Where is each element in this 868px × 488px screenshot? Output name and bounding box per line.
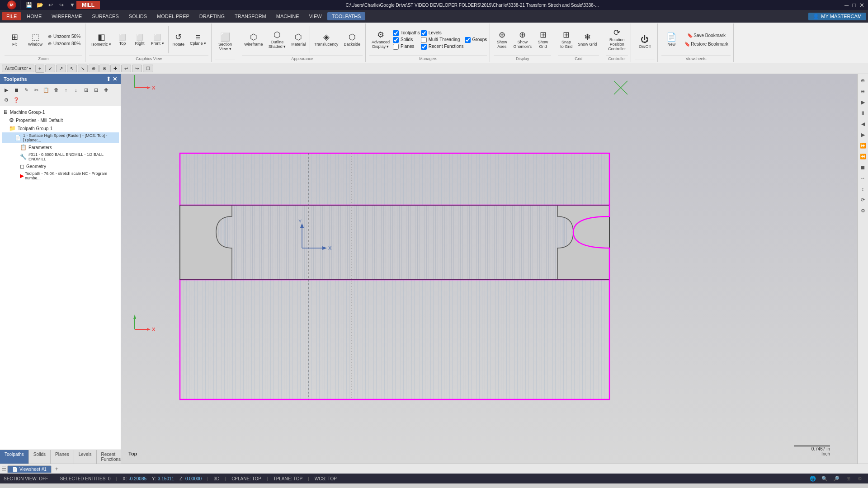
rp-btn12[interactable]: ⟳ — [859, 195, 868, 204]
sec-redo[interactable]: ↪ — [132, 65, 142, 72]
menu-wireframe[interactable]: WIREFRAME — [47, 12, 86, 20]
my-mastercam-button[interactable]: 👤 MY MASTERCAM — [808, 13, 866, 20]
menu-machine[interactable]: MACHINE — [272, 12, 304, 20]
toolpaths-checkbox[interactable] — [393, 30, 399, 36]
unzoom80-button[interactable]: ⊕ Unzoom 80% — [46, 40, 82, 47]
rp-btn13[interactable]: ⚙ — [859, 206, 868, 215]
rp-btn8[interactable]: ⏪ — [859, 152, 868, 161]
tree-geometry[interactable]: ◻ Geometry — [2, 162, 119, 170]
tb-collapse[interactable]: ⊟ — [91, 85, 100, 94]
status-fullscreen[interactable]: ⊞ — [844, 474, 853, 483]
rp-btn11[interactable]: ↕ — [859, 184, 868, 193]
menu-solids[interactable]: SOLIDS — [124, 12, 151, 20]
panel-close[interactable]: ✕ — [113, 76, 117, 82]
front-view-button[interactable]: ⬜ Front ▾ — [149, 33, 166, 47]
tab-solids[interactable]: Solids — [29, 450, 51, 464]
qat-redo[interactable]: ↪ — [57, 1, 66, 9]
rp-btn6[interactable]: ▶ — [859, 130, 868, 139]
menu-transform[interactable]: TRANSFORM — [230, 12, 271, 20]
menu-surfaces[interactable]: SURFACES — [87, 12, 123, 20]
status-settings[interactable]: ⚙ — [855, 474, 864, 483]
tb-cut[interactable]: ✂ — [32, 85, 41, 94]
tree-properties[interactable]: ⚙ Properties - Mill Default — [2, 116, 119, 124]
outline-shaded-button[interactable]: ⬡ OutlineShaded ▾ — [266, 29, 288, 50]
show-grid-button[interactable]: ⊞ ShowGrid — [535, 29, 551, 50]
section-view-button[interactable]: ⬜ SectionView ▾ — [215, 32, 235, 52]
menu-toolpaths[interactable]: TOOLPATHS — [327, 12, 366, 20]
maximize-button[interactable]: □ — [852, 2, 856, 9]
tab-toolpaths[interactable]: Toolpaths — [0, 450, 29, 464]
backside-button[interactable]: ⬡ Backside — [341, 32, 363, 48]
status-network[interactable]: 🌐 — [808, 474, 817, 483]
recentfn-checkbox[interactable] — [421, 44, 427, 50]
sec-btn5[interactable]: ⊕ — [89, 65, 99, 72]
tb-add[interactable]: ✚ — [101, 85, 110, 94]
advanced-display-button[interactable]: ⚙ AdvancedDisplay ▾ — [369, 29, 392, 50]
tb-expand[interactable]: ⊞ — [81, 85, 90, 94]
status-zoom-in[interactable]: 🔍 — [820, 474, 829, 483]
groups-checkbox[interactable] — [465, 37, 471, 43]
autocursor-dropdown[interactable]: AutoCursor ▾ — [2, 65, 34, 72]
qat-undo[interactable]: ↩ — [47, 1, 55, 9]
window-button[interactable]: ⬚ Window — [25, 32, 45, 48]
tab-planes[interactable]: Planes — [51, 450, 74, 464]
viewsheet-tab-1[interactable]: 📄 Viewsheet #1 — [7, 465, 52, 473]
right-view-button[interactable]: ⬜ Right — [132, 33, 148, 47]
rp-btn1[interactable]: ⊕ — [859, 76, 868, 85]
show-axes-button[interactable]: ⊕ ShowAxes — [494, 29, 510, 50]
tb-stop[interactable]: ⏹ — [12, 85, 21, 94]
translucency-button[interactable]: ◈ Translucency — [312, 32, 340, 48]
menu-modelprep[interactable]: MODEL PREP — [152, 12, 194, 20]
sec-btn1[interactable]: ↙ — [45, 65, 55, 72]
multithreading-checkbox[interactable] — [421, 37, 427, 43]
status-zoom-out[interactable]: 🔎 — [832, 474, 841, 483]
fit-button[interactable]: ⊞ Fit — [5, 32, 24, 48]
new-viewsheet-button[interactable]: 📄 New — [661, 32, 681, 48]
sec-crosshair[interactable]: ⌖ — [35, 65, 44, 73]
tree-machine-group[interactable]: 🖥 Machine Group-1 — [2, 108, 119, 116]
snap-to-grid-button[interactable]: ⊞ Snapto Grid — [558, 29, 575, 50]
rotation-controller-button[interactable]: ⟳ RotationPositionController — [606, 27, 628, 52]
close-button[interactable]: ✕ — [859, 2, 864, 9]
unzoom50-button[interactable]: ⊕ Unzoom 50% — [46, 33, 82, 40]
menu-file[interactable]: FILE — [2, 12, 21, 20]
sec-btn6[interactable]: ⊗ — [99, 65, 109, 72]
rotate-button[interactable]: ↺ Rotate — [170, 32, 187, 48]
planes-checkbox[interactable] — [393, 44, 399, 50]
tb-down[interactable]: ↓ — [71, 85, 80, 94]
minimize-button[interactable]: ─ — [844, 2, 849, 9]
rp-btn3[interactable]: ▶ — [859, 98, 868, 107]
viewport[interactable]: Y X X X Top — [121, 74, 857, 464]
isometric-button[interactable]: ◧ Isometric ▾ — [89, 32, 113, 48]
tree-surface-hs[interactable]: 📄 1 - Surface High Speed (Raster) - [MCS… — [2, 132, 119, 143]
solids-checkbox[interactable] — [393, 37, 399, 43]
material-button[interactable]: ⬡ Material — [289, 32, 308, 48]
sec-btn4[interactable]: ↘ — [78, 65, 88, 72]
menu-drafting[interactable]: DRAFTING — [195, 12, 229, 20]
tb-help[interactable]: ❓ — [12, 95, 21, 104]
tb-edit[interactable]: ✎ — [22, 85, 31, 94]
rp-btn5[interactable]: ◀ — [859, 119, 868, 128]
save-bookmark-button[interactable]: 🔖 Save Bookmark — [682, 32, 731, 39]
wireframe-button[interactable]: ⬡ Wireframe — [242, 32, 265, 48]
rp-btn2[interactable]: ⊖ — [859, 87, 868, 96]
panel-undock[interactable]: ⬆ — [106, 76, 111, 82]
tb-play[interactable]: ▶ — [2, 85, 11, 94]
rp-btn9[interactable]: ◼ — [859, 163, 868, 172]
restore-bookmark-button[interactable]: 🔖 Restore Bookmark — [682, 40, 731, 48]
menu-home[interactable]: HOME — [22, 12, 46, 20]
qat-save[interactable]: 💾 — [25, 1, 33, 9]
rp-btn7[interactable]: ⏩ — [859, 141, 868, 150]
sec-btn3[interactable]: ↖ — [67, 65, 77, 72]
qat-open[interactable]: 📂 — [36, 1, 44, 9]
menu-view[interactable]: VIEW — [305, 12, 326, 20]
levels-checkbox[interactable] — [421, 30, 427, 36]
tree-tool[interactable]: 🔧 #311 - 0.5000 BALL ENDMILL - 1/2 BALL … — [2, 151, 119, 162]
tb-settings[interactable]: ⚙ — [2, 95, 11, 104]
rp-btn4[interactable]: ⏸ — [859, 108, 868, 117]
add-viewsheet-button[interactable]: + — [52, 465, 61, 473]
qat-more[interactable]: ▼ — [68, 1, 76, 9]
tb-up[interactable]: ↑ — [61, 85, 71, 94]
sec-undo[interactable]: ↩ — [121, 65, 131, 72]
tree-toolpath-group[interactable]: 📁 Toolpath Group-1 — [2, 124, 119, 132]
